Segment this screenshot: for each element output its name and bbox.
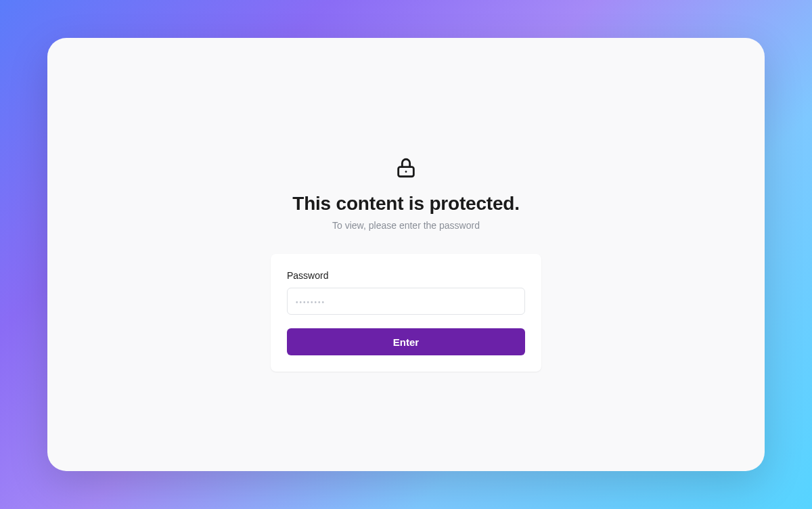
enter-button[interactable]: Enter	[287, 328, 525, 355]
page-subtitle: To view, please enter the password	[332, 220, 480, 231]
svg-point-1	[405, 171, 407, 173]
page-title: This content is protected.	[292, 193, 520, 215]
password-form-card: Password Enter	[271, 254, 541, 372]
password-input[interactable]	[287, 288, 525, 315]
password-label: Password	[287, 270, 525, 281]
app-window: This content is protected. To view, plea…	[47, 38, 765, 471]
lock-icon	[394, 156, 418, 182]
